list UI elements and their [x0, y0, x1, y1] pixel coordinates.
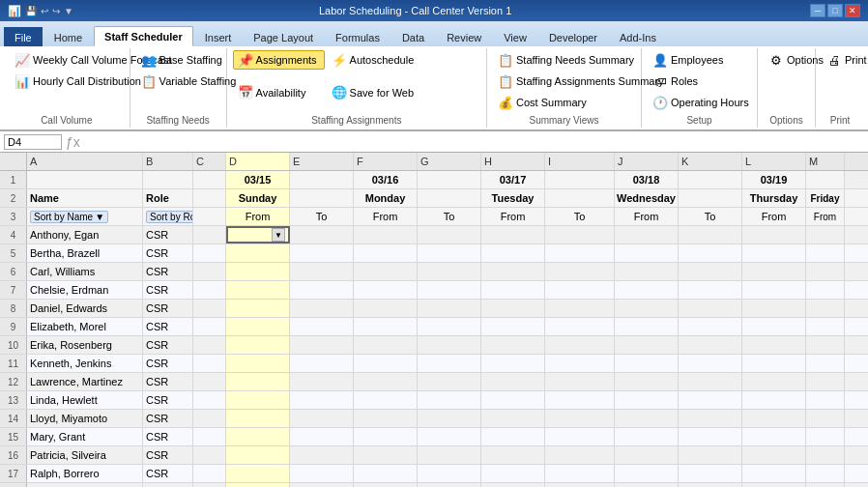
cell-c8[interactable] [193, 300, 226, 317]
employees-button[interactable]: 👤 Employees [648, 50, 728, 70]
cell-k7[interactable] [679, 281, 742, 299]
sort-by-role-button[interactable]: Sort by Role ▼ [146, 211, 193, 223]
cell-a1[interactable] [27, 171, 143, 188]
cell-h4[interactable] [481, 226, 545, 244]
cell-e10[interactable] [290, 336, 354, 354]
cell-c1[interactable] [193, 171, 226, 188]
staffing-needs-summary-button[interactable]: 📋 Staffing Needs Summary [493, 50, 639, 70]
cell-j17[interactable] [615, 465, 679, 482]
cell-m8[interactable] [806, 300, 845, 317]
cell-a4[interactable]: Anthony, Egan [27, 226, 143, 244]
cell-h17[interactable] [481, 465, 545, 482]
cell-f14[interactable] [354, 410, 418, 427]
cell-d13[interactable] [226, 391, 290, 409]
cell-k1[interactable] [679, 171, 742, 188]
cell-m3[interactable]: From [806, 208, 845, 225]
cell-b2[interactable]: Role [143, 189, 193, 207]
cell-e8[interactable] [290, 300, 354, 317]
cell-l17[interactable] [742, 465, 806, 482]
cell-e9[interactable] [290, 318, 354, 335]
cell-m15[interactable] [806, 428, 845, 445]
cell-a9[interactable]: Elizabeth, Morel [27, 318, 143, 335]
cell-j13[interactable] [615, 391, 679, 409]
cell-d15[interactable] [226, 428, 290, 445]
cell-h18[interactable] [481, 483, 545, 487]
cell-k6[interactable] [679, 263, 742, 280]
cell-l9[interactable] [742, 318, 806, 335]
cell-h16[interactable] [481, 446, 545, 464]
cost-summary-button[interactable]: 💰 Cost Summary [493, 93, 592, 112]
cell-l5[interactable] [742, 244, 806, 262]
cell-d4-dropdown[interactable]: ▼ [272, 228, 285, 242]
cell-c6[interactable] [193, 263, 226, 280]
cell-b5[interactable]: CSR [143, 244, 193, 262]
cell-h10[interactable] [481, 336, 545, 354]
sort-by-name-button[interactable]: Sort by Name ▼ [30, 211, 108, 223]
cell-d12[interactable] [226, 373, 290, 390]
cell-j15[interactable] [615, 428, 679, 445]
save-for-web-button[interactable]: 🌐 Save for Web [327, 83, 414, 102]
cell-b4[interactable]: CSR [143, 226, 193, 244]
cell-i13[interactable] [545, 391, 615, 409]
cell-l8[interactable] [742, 300, 806, 317]
cell-g6[interactable] [418, 263, 481, 280]
availability-button[interactable]: 📅 Availability [233, 83, 325, 102]
tab-insert[interactable]: Insert [194, 27, 243, 46]
cell-g3[interactable]: To [418, 208, 481, 225]
minimize-button[interactable]: ─ [810, 4, 825, 17]
cell-f11[interactable] [354, 355, 418, 372]
cell-e4[interactable] [290, 226, 354, 244]
tab-staff-scheduler[interactable]: Staff Scheduler [94, 26, 193, 46]
cell-j2[interactable]: Wednesday [615, 189, 679, 207]
cell-h5[interactable] [481, 244, 545, 262]
cell-b8[interactable]: CSR [143, 300, 193, 317]
cell-i4[interactable] [545, 226, 615, 244]
cell-f5[interactable] [354, 244, 418, 262]
cell-i17[interactable] [545, 465, 615, 482]
cell-a2[interactable]: Name [27, 189, 143, 207]
cell-f16[interactable] [354, 446, 418, 464]
cell-e13[interactable] [290, 391, 354, 409]
cell-h13[interactable] [481, 391, 545, 409]
cell-l15[interactable] [742, 428, 806, 445]
cell-c2[interactable] [193, 189, 226, 207]
cell-b16[interactable]: CSR [143, 446, 193, 464]
cell-f18[interactable] [354, 483, 418, 487]
cell-k15[interactable] [679, 428, 742, 445]
cell-b6[interactable]: CSR [143, 263, 193, 280]
cell-h1[interactable]: 03/17 [481, 171, 545, 188]
cell-c10[interactable] [193, 336, 226, 354]
cell-f1[interactable]: 03/16 [354, 171, 418, 188]
cell-b11[interactable]: CSR [143, 355, 193, 372]
cell-h15[interactable] [481, 428, 545, 445]
cell-i1[interactable] [545, 171, 615, 188]
cell-l16[interactable] [742, 446, 806, 464]
cell-f10[interactable] [354, 336, 418, 354]
cell-i7[interactable] [545, 281, 615, 299]
cell-f9[interactable] [354, 318, 418, 335]
cell-f2[interactable]: Monday [354, 189, 418, 207]
cell-k18[interactable] [679, 483, 742, 487]
cell-i8[interactable] [545, 300, 615, 317]
cell-e11[interactable] [290, 355, 354, 372]
quick-access-redo[interactable]: ↪ [52, 6, 60, 16]
cell-d16[interactable] [226, 446, 290, 464]
cell-g7[interactable] [418, 281, 481, 299]
cell-g17[interactable] [418, 465, 481, 482]
name-box[interactable] [4, 134, 62, 150]
cell-i9[interactable] [545, 318, 615, 335]
cell-c16[interactable] [193, 446, 226, 464]
cell-l12[interactable] [742, 373, 806, 390]
cell-l7[interactable] [742, 281, 806, 299]
cell-a8[interactable]: Daniel, Edwards [27, 300, 143, 317]
cell-a10[interactable]: Erika, Rosenberg [27, 336, 143, 354]
cell-j6[interactable] [615, 263, 679, 280]
cell-i6[interactable] [545, 263, 615, 280]
cell-b17[interactable]: CSR [143, 465, 193, 482]
cell-e3[interactable]: To [290, 208, 354, 225]
cell-d9[interactable] [226, 318, 290, 335]
cell-g10[interactable] [418, 336, 481, 354]
cell-m11[interactable] [806, 355, 845, 372]
cell-l3[interactable]: From [742, 208, 806, 225]
base-staffing-button[interactable]: 👥 Base Staffing [136, 50, 227, 70]
